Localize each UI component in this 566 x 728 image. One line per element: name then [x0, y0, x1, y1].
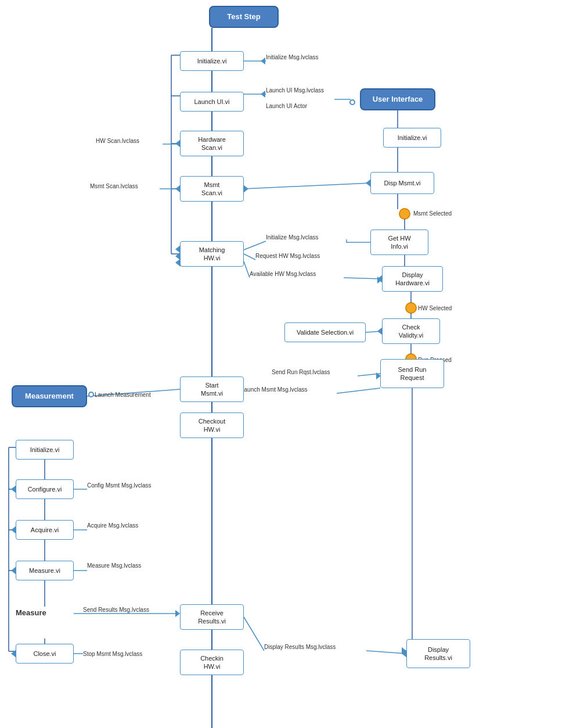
validate-selection-vi-node: Validate Selection.vi [284, 322, 366, 342]
svg-point-25 [399, 209, 410, 219]
msmt-selected-label: Msmt Selected [413, 210, 452, 217]
initialize-vi-msmt-node: Initialize.vi [16, 440, 74, 460]
get-hw-info-vi-node: Get HW Info.vi [370, 229, 428, 255]
configure-vi-arrow-in [11, 485, 16, 493]
hw-selected-label: HW Selected [418, 305, 452, 311]
svg-line-64 [366, 651, 406, 654]
measure-vi-arrow-in [11, 566, 16, 575]
svg-line-33 [344, 278, 382, 279]
receive-results-vi-node: Receive Results.vi [180, 604, 244, 630]
send-run-rqst-label: Send Run Rqst.lvclass [272, 369, 330, 375]
available-hw-msg-label: Available HW Msg.lvclass [250, 271, 316, 277]
initialize-vi-ui-node: Initialize.vi [383, 128, 441, 148]
check-validity-arrow-in [377, 327, 383, 335]
svg-line-29 [244, 254, 255, 260]
launch-ui-msg-arrow [261, 91, 265, 98]
svg-line-28 [244, 241, 266, 250]
check-validity-vi-node: Check Validty.vi [382, 318, 440, 344]
measure-vi-node: Measure.vi [16, 561, 74, 580]
close-vi-node: Close.vi [16, 644, 74, 664]
display-hw-arrow-in [377, 275, 383, 283]
init-msg-lvclass-label: Initialize Msg.lvclass [266, 54, 319, 60]
launch-ui-vi-node: Launch UI.vi [180, 92, 244, 112]
init-msg-lvclass2-label: Initialize Msg.lvclass [266, 234, 319, 241]
acquire-vi-arrow-in [11, 526, 16, 534]
msmt-scan-lvclass-label: Msmt Scan.lvclass [90, 183, 138, 189]
checkin-hw-vi-node: Checkin HW.vi [180, 650, 244, 675]
disp-msmt-arrow-in [366, 179, 371, 187]
start-msmt-vi-node: Start Msmt.vi [180, 376, 244, 402]
small-circle-measurement [88, 392, 94, 397]
display-results-msg-label: Display Results Msg.lvclass [264, 644, 336, 650]
acquire-msg-label: Acquire Msg.lvclass [87, 522, 138, 529]
msmt-scan-arrow-in [175, 185, 181, 193]
hw-scan-lvclass-label: HW Scan.lvclass [96, 138, 139, 144]
launch-measurement-label: Launch Measurement [95, 392, 151, 398]
display-results-vi-node: Display Results.vi [406, 639, 470, 668]
hw-scan-arrow-in [175, 139, 181, 148]
request-hw-msg-label: Request HW Msg.lvclass [255, 253, 320, 259]
send-run-request-node: Send Run Request [380, 359, 444, 388]
init-msg-arrow [261, 58, 265, 64]
test-step-node: Test Step [209, 6, 279, 28]
acquire-vi-node: Acquire.vi [16, 520, 74, 540]
send-results-arrow [175, 610, 180, 617]
stop-msmt-msg-label: Stop Msmt Msg.lvclass [83, 651, 142, 657]
measure-msg-label: Measure Msg.lvclass [87, 562, 141, 569]
initialize-vi-1-node: Initialize.vi [180, 51, 244, 71]
svg-line-30 [244, 261, 250, 278]
svg-point-34 [406, 303, 416, 313]
launch-ui-msg-label: Launch UI Msg.lvclass [266, 87, 324, 94]
disp-msmt-vi-node: Disp Msmt.vi [370, 172, 434, 194]
display-results-msg-arrow [402, 647, 406, 654]
msmt-scan-vi-node: Msmt Scan.vi [180, 176, 244, 202]
svg-line-63 [244, 617, 264, 651]
svg-line-22 [244, 183, 370, 189]
send-results-msg-label: Send Results Msg.lvclass [83, 607, 149, 613]
small-circle-launch-ui [349, 99, 355, 105]
launch-msmt-msg-label: Launch Msmt Msg.lvclass [241, 386, 307, 393]
matching-hw-arrow-in3 [175, 259, 181, 267]
diagram-container: Test Step Initialize.vi Initialize Msg.l… [0, 0, 566, 728]
checkout-hw-vi-node: Checkout HW.vi [180, 413, 244, 438]
svg-line-42 [337, 388, 380, 393]
matching-hw-vi-node: Matching HW.vi [180, 241, 244, 267]
config-msmt-msg-label: Config Msmt Msg.lvclass [87, 482, 152, 489]
msmt-scan-arrow-out [243, 185, 248, 193]
user-interface-node: User Interface [360, 88, 435, 110]
launch-ui-actor-label: Launch UI Actor [266, 103, 307, 109]
measurement-node: Measurement [12, 385, 87, 407]
close-vi-arrow-in [11, 650, 16, 658]
measure-label: Measure [16, 608, 46, 617]
hardware-scan-vi-node: Hardware Scan.vi [180, 131, 244, 156]
configure-vi-node: Configure.vi [16, 479, 74, 499]
display-hardware-vi-node: Display Hardware.vi [382, 266, 443, 292]
